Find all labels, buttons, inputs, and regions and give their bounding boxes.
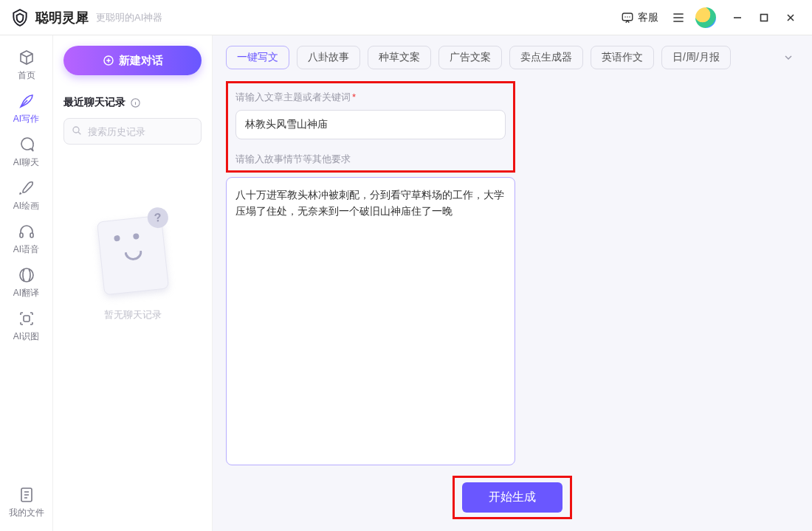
expand-tags-button[interactable] [778, 47, 799, 68]
topic-field-label: 请输入文章主题或者关键词* [235, 91, 506, 104]
highlight-annotation-top: 请输入文章主题或者关键词* 请输入故事情节等其他要求 [226, 81, 515, 173]
recent-chats-heading: 最近聊天记录 [63, 96, 202, 109]
app-title: 聪明灵犀 [35, 9, 89, 27]
svg-point-7 [20, 268, 33, 282]
window-close-button[interactable] [778, 5, 803, 30]
sidebar-nav: 首页 AI写作 AI聊天 AI绘画 AI语音 AI翻译 AI识图 我 [0, 35, 53, 531]
output-area [527, 81, 799, 465]
sidebar-item-label: AI翻译 [13, 287, 39, 299]
support-button[interactable]: 客服 [621, 11, 658, 24]
details-textarea[interactable] [226, 177, 515, 465]
chat-icon [18, 136, 35, 153]
empty-history-text: 暂无聊天记录 [104, 308, 162, 322]
sidebar-item-voice[interactable]: AI语音 [4, 217, 49, 260]
sidebar-item-home[interactable]: 首页 [4, 43, 49, 86]
chat-history-panel: 新建对话 最近聊天记录 暂无聊天记录 [53, 35, 213, 531]
sidebar-item-label: 首页 [18, 69, 35, 82]
headphones-icon [18, 223, 35, 240]
main-content: 一键写文 八卦故事 种草文案 广告文案 卖点生成器 英语作文 日/周/月报 请输… [213, 35, 812, 531]
app-logo-icon [10, 8, 30, 27]
sidebar-item-translate[interactable]: AI翻译 [4, 260, 49, 304]
chevron-down-icon [782, 52, 794, 63]
tag-english-essay[interactable]: 英语作文 [591, 46, 654, 69]
svg-rect-6 [30, 233, 33, 237]
brush-icon [18, 179, 35, 197]
feather-icon [18, 92, 35, 110]
info-icon [130, 97, 141, 108]
chat-bubble-icon [621, 11, 634, 24]
cube-icon [18, 49, 35, 66]
sidebar-item-my-files[interactable]: 我的文件 [4, 480, 49, 524]
svg-point-2 [627, 16, 628, 18]
sidebar-item-label: AI识图 [13, 330, 39, 343]
svg-point-1 [625, 16, 626, 18]
sidebar-item-chat[interactable]: AI聊天 [4, 130, 49, 173]
sidebar-item-label: AI写作 [13, 113, 39, 125]
svg-point-3 [629, 16, 630, 18]
details-field-label: 请输入故事情节等其他要求 [235, 153, 506, 166]
tag-gossip-story[interactable]: 八卦故事 [297, 46, 360, 69]
app-tagline: 更聪明的AI神器 [96, 11, 162, 24]
new-chat-button[interactable]: 新建对话 [63, 46, 202, 75]
tag-one-click-write[interactable]: 一键写文 [226, 46, 289, 69]
new-chat-label: 新建对话 [119, 54, 163, 68]
tag-ad-copy[interactable]: 广告文案 [438, 46, 502, 69]
user-avatar[interactable] [695, 7, 716, 28]
sidebar-item-label: 我的文件 [9, 507, 44, 519]
search-icon [71, 125, 83, 136]
document-icon [18, 486, 35, 504]
template-tags-row: 一键写文 八卦故事 种草文案 广告文案 卖点生成器 英语作文 日/周/月报 [226, 46, 799, 69]
tag-selling-points[interactable]: 卖点生成器 [509, 46, 583, 69]
sidebar-item-image-recognition[interactable]: AI识图 [4, 304, 49, 347]
scan-icon [18, 310, 35, 327]
window-maximize-button[interactable] [751, 5, 777, 30]
sidebar-item-draw[interactable]: AI绘画 [4, 173, 49, 217]
window-minimize-button[interactable] [725, 5, 750, 30]
sidebar-item-label: AI语音 [13, 243, 39, 256]
empty-history-illustration: 暂无聊天记录 [63, 218, 202, 322]
tag-plant-grass-copy[interactable]: 种草文案 [368, 46, 431, 69]
topic-input[interactable] [235, 110, 506, 139]
hamburger-menu-button[interactable] [666, 5, 691, 30]
svg-rect-5 [20, 233, 23, 237]
svg-rect-4 [761, 14, 768, 21]
history-search-input[interactable] [63, 118, 202, 145]
sidebar-item-label: AI绘画 [13, 200, 39, 212]
translate-icon [18, 266, 35, 284]
highlight-annotation-bottom: 开始生成 [453, 476, 572, 519]
svg-rect-8 [24, 316, 30, 322]
title-bar: 聪明灵犀 更聪明的AI神器 客服 [0, 0, 812, 35]
tag-report[interactable]: 日/周/月报 [661, 46, 731, 69]
sidebar-item-writing[interactable]: AI写作 [4, 86, 49, 130]
generate-button[interactable]: 开始生成 [462, 482, 562, 513]
plus-circle-icon [103, 55, 114, 66]
svg-point-12 [73, 127, 79, 133]
sidebar-item-label: AI聊天 [13, 156, 39, 169]
support-label: 客服 [638, 11, 658, 24]
